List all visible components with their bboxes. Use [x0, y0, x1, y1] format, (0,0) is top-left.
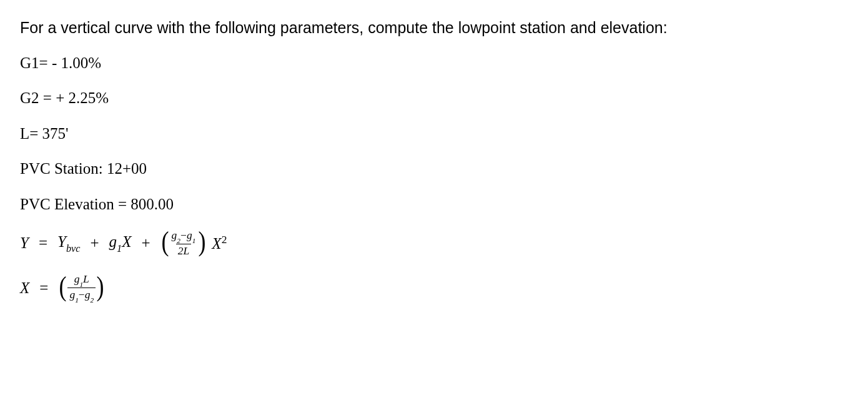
- frac-den-g1-sub: 1: [75, 296, 79, 304]
- frac-num-g1-sub: 1: [79, 281, 83, 288]
- frac-num-g2-sub: 2: [177, 237, 180, 244]
- formula-y-term3-var: X2: [212, 232, 227, 254]
- formula-x-frac-den: g1−g2: [67, 288, 96, 302]
- formula-y-x: X: [212, 235, 221, 252]
- formula-y-term1-sub: bvc: [66, 243, 81, 254]
- formula-x-frac: g1L g1−g2: [67, 273, 96, 302]
- param-length: L= 375': [20, 124, 848, 144]
- formula-x: X = ( g1L g1−g2 ): [20, 273, 848, 302]
- formula-y-term2: g1X: [109, 232, 132, 254]
- formula-y: Y = Ybvc + g1X + ( g2−g1 2L ) X2: [20, 229, 848, 257]
- param-g1: G1= - 1.00%: [20, 53, 848, 74]
- formula-y-squared: 2: [222, 233, 227, 246]
- frac-den-g2-sub: 2: [90, 296, 94, 304]
- param-pvc-station: PVC Station: 12+00: [20, 159, 848, 179]
- equals-sign: =: [39, 278, 48, 299]
- plus-sign: +: [90, 233, 99, 254]
- frac-num-g1-sub: 1: [192, 237, 196, 244]
- formula-y-frac-den: 2L: [176, 244, 191, 257]
- formula-y-term3-paren: ( g2−g1 2L ): [160, 229, 207, 257]
- frac-num-g1: g: [187, 229, 192, 241]
- problem-statement: For a vertical curve with the following …: [20, 18, 848, 38]
- right-paren-icon: ): [199, 234, 206, 249]
- formula-y-term1: Ybvc: [57, 232, 80, 254]
- right-paren-icon: ): [97, 279, 104, 294]
- minus-sign: −: [180, 229, 187, 241]
- minus-sign: −: [79, 288, 85, 301]
- formula-x-frac-num: g1L: [72, 273, 91, 288]
- left-paren-icon: (: [59, 279, 67, 294]
- frac-den-g1: g: [69, 288, 75, 301]
- formula-y-frac: g2−g1 2L: [170, 229, 198, 257]
- formula-y-term2-var: X: [122, 233, 131, 250]
- formula-y-term1-base: Y: [57, 233, 66, 250]
- formula-y-term2-sub: 1: [117, 243, 122, 254]
- formula-y-frac-num: g2−g1: [170, 229, 198, 244]
- formula-x-paren: ( g1L g1−g2 ): [58, 273, 105, 302]
- param-pvc-elevation: PVC Elevation = 800.00: [20, 194, 848, 215]
- left-paren-icon: (: [161, 234, 169, 249]
- formula-y-lhs: Y: [20, 233, 29, 254]
- equals-sign: =: [39, 233, 47, 254]
- plus-sign: +: [142, 233, 150, 254]
- formula-y-term2-g: g: [109, 233, 117, 250]
- param-g2: G2 = + 2.25%: [20, 88, 848, 109]
- formula-x-lhs: X: [20, 278, 29, 299]
- frac-num-L: L: [83, 272, 89, 285]
